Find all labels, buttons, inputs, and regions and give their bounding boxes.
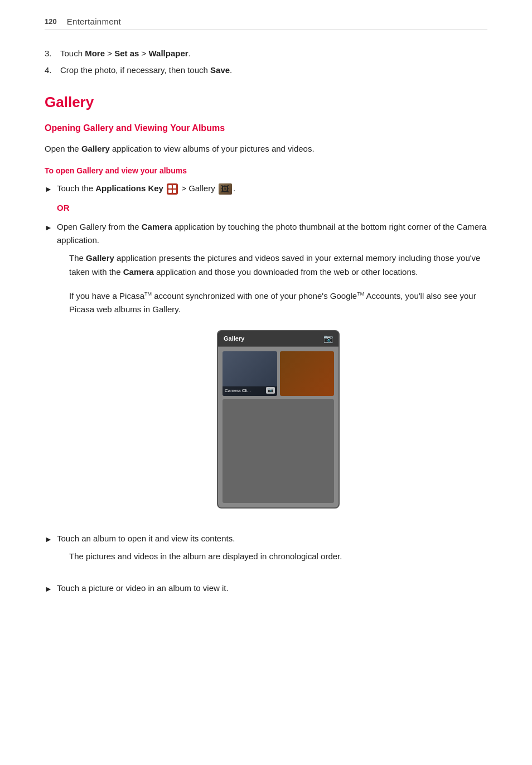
or-label: OR xyxy=(57,203,487,212)
gallery-thumb-2 xyxy=(280,351,335,396)
step-3-number: 3. xyxy=(45,47,60,60)
section-label: Entertainment xyxy=(67,17,121,26)
step-4-number: 4. xyxy=(45,64,60,77)
step-3: 3. Touch More > Set as > Wallpaper. xyxy=(45,47,487,60)
phone-top-bar: Gallery 📷 xyxy=(218,331,338,347)
step-3-more: More xyxy=(85,49,105,58)
screenshot-container: Gallery 📷 Camera Cli... 📷 xyxy=(69,330,487,509)
phone-top-bar-title: Gallery xyxy=(224,334,244,344)
gallery-icon-inner: 🖼 xyxy=(219,183,232,195)
gallery-bold-1: Gallery xyxy=(86,253,114,263)
gallery-icon: 🖼 xyxy=(219,183,232,195)
bullet-item-1: ► Touch the Applications Key > Gallery 🖼… xyxy=(45,182,487,195)
bullet-3-sub: The pictures and videos in the album are… xyxy=(69,550,487,564)
gallery-bullets-2: ► Open Gallery from the Camera applicati… xyxy=(45,220,487,595)
gallery-thumb-row: Camera Cli... 📷 xyxy=(223,351,334,396)
step-3-setas: Set as xyxy=(114,49,139,58)
to-open-gallery-heading: To open Gallery and view your albums xyxy=(45,166,487,175)
bullet-3-text: Touch an album to open it and view its c… xyxy=(57,534,235,543)
page-header: 120 Entertainment xyxy=(45,17,487,30)
steps-list: 3. Touch More > Set as > Wallpaper. 4. C… xyxy=(45,47,487,77)
gallery-thumb-1: Camera Cli... 📷 xyxy=(223,351,277,396)
thumb-camera-icon-1: 📷 xyxy=(266,387,275,394)
phone-content: Camera Cli... 📷 xyxy=(218,347,338,507)
bullet-arrow-1: ► xyxy=(45,183,57,195)
chronological-text: The pictures and videos in the album are… xyxy=(69,550,487,564)
bullet-1-content: Touch the Applications Key > Gallery 🖼 . xyxy=(57,182,487,195)
bullet-arrow-2: ► xyxy=(45,221,57,234)
step-4: 4. Crop the photo, if necessary, then to… xyxy=(45,64,487,77)
gallery-bullets: ► Touch the Applications Key > Gallery 🖼… xyxy=(45,182,487,195)
page: 120 Entertainment 3. Touch More > Set as… xyxy=(0,0,532,765)
applications-key-label: Applications Key xyxy=(95,183,163,193)
phone-bottom-area xyxy=(223,399,334,503)
step-4-text: Crop the photo, if necessary, then touch… xyxy=(60,64,232,77)
google-tm: TM xyxy=(357,291,364,297)
step-3-text: Touch More > Set as > Wallpaper. xyxy=(60,47,191,60)
bullet-3-content: Touch an album to open it and view its c… xyxy=(57,532,487,574)
picasa-tm: TM xyxy=(144,291,152,297)
bullet-item-3: ► Touch an album to open it and view its… xyxy=(45,532,487,574)
gallery-section-title: Gallery xyxy=(45,94,487,111)
applications-key-icon xyxy=(167,183,178,195)
indent-para-1: The Gallery application presents the pic… xyxy=(69,251,487,317)
picasa-text: If you have a PicasaTM account synchroni… xyxy=(69,289,487,317)
bullet-arrow-3: ► xyxy=(45,533,57,545)
page-number: 120 xyxy=(45,17,57,26)
step-3-wallpaper: Wallpaper xyxy=(148,49,188,58)
camera-bold-2: Camera xyxy=(123,267,154,277)
gallery-presents-text: The Gallery application presents the pic… xyxy=(69,251,487,279)
bullet-4-text: Touch a picture or video in an album to … xyxy=(57,583,229,593)
bullet-item-2: ► Open Gallery from the Camera applicati… xyxy=(45,220,487,524)
bullet-2-content: Open Gallery from the Camera application… xyxy=(57,220,487,524)
camera-bold: Camera xyxy=(142,222,172,231)
bullet-item-4: ► Touch a picture or video in an album t… xyxy=(45,582,487,595)
bullet-arrow-4: ► xyxy=(45,583,57,595)
gallery-bold-intro: Gallery xyxy=(81,144,110,153)
gallery-intro-text: Open the Gallery application to view alb… xyxy=(45,142,487,156)
phone-screenshot: Gallery 📷 Camera Cli... 📷 xyxy=(217,330,340,509)
opening-gallery-subsection-title: Opening Gallery and Viewing Your Albums xyxy=(45,123,487,133)
phone-camera-icon: 📷 xyxy=(323,332,333,345)
bullet-4-content: Touch a picture or video in an album to … xyxy=(57,582,487,595)
step-4-save: Save xyxy=(210,65,230,75)
